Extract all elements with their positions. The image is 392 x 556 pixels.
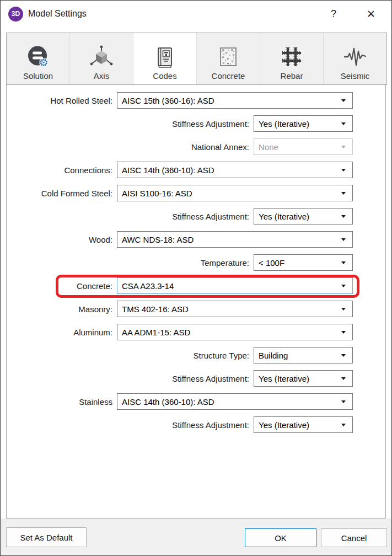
chevron-down-icon — [341, 122, 346, 125]
form-row-cold-formed-steel: Cold Formed Steel: AISI S100-16: ASD — [7, 185, 385, 201]
dropdown-value: AISI S100-16: ASD — [122, 189, 192, 198]
field-label: Concrete: — [7, 281, 117, 291]
field-label: Temperature: — [7, 258, 254, 268]
form-row-masonry: Masonry: TMS 402-16: ASD — [7, 301, 385, 317]
tab-concrete[interactable]: Concrete — [197, 33, 260, 84]
tab-label: Codes — [153, 71, 176, 81]
stiffness-adjustment-ss-dropdown[interactable]: Yes (Iterative) — [254, 416, 353, 433]
masonry-dropdown[interactable]: TMS 402-16: ASD — [117, 301, 353, 317]
field-label: Cold Formed Steel: — [7, 189, 117, 198]
field-label: Wood: — [7, 235, 117, 244]
field-label: Stiffness Adjustment: — [7, 420, 254, 430]
svg-text:⚙: ⚙ — [39, 56, 48, 68]
wood-dropdown[interactable]: AWC NDS-18: ASD — [117, 231, 353, 248]
dropdown-value: Yes (Iterative) — [259, 374, 309, 383]
chevron-down-icon — [341, 377, 346, 380]
form-row-structure-type: Structure Type: Building — [7, 347, 385, 363]
solution-icon: ⚙ — [25, 44, 51, 70]
dropdown-value: AISC 14th (360-10): ASD — [122, 165, 214, 175]
tab-codes[interactable]: Codes — [133, 33, 197, 84]
axis-icon — [88, 44, 115, 70]
form-row-hot-rolled-steel: Hot Rolled Steel: AISC 15th (360-16): AS… — [7, 92, 385, 109]
window-title: Model Settings — [28, 9, 321, 19]
tab-rebar[interactable]: Rebar — [260, 33, 324, 84]
chevron-down-icon — [341, 192, 346, 195]
tab-axis[interactable]: Axis — [70, 33, 133, 84]
structure-type-dropdown[interactable]: Building — [254, 347, 353, 363]
rebar-icon — [278, 44, 305, 70]
dropdown-value: < 100F — [259, 258, 284, 268]
field-label: National Annex: — [7, 142, 254, 152]
dropdown-value: Building — [259, 351, 288, 360]
form-row-stiffness-adjustment-1: Stiffness Adjustment: Yes (Iterative) — [7, 115, 385, 132]
seismic-icon — [342, 44, 368, 70]
dropdown-value: Yes (Iterative) — [259, 119, 309, 129]
field-label: Aluminum: — [7, 328, 117, 337]
form-row-stiffness-adjustment-3: Stiffness Adjustment: Yes (Iterative) — [7, 370, 385, 387]
form-row-stiffness-adjustment-2: Stiffness Adjustment: Yes (Iterative) — [7, 208, 385, 224]
stainless-dropdown[interactable]: AISC 14th (360-10): ASD — [117, 393, 353, 410]
tab-label: Solution — [23, 71, 53, 81]
field-label: Structure Type: — [7, 351, 254, 360]
form-row-concrete: Concrete: CSA A23.3-14 — [7, 277, 385, 294]
footer-bar: Set As Default OK Cancel — [1, 518, 391, 555]
title-bar: 3D Model Settings ? ✕ — [1, 1, 391, 27]
app-icon: 3D — [8, 7, 23, 22]
chevron-down-icon — [341, 238, 346, 241]
cold-formed-steel-dropdown[interactable]: AISI S100-16: ASD — [117, 185, 353, 201]
national-annex-dropdown: None — [254, 138, 353, 155]
field-label: Connections: — [7, 165, 117, 175]
field-label: Hot Rolled Steel: — [7, 96, 117, 105]
form-row-temperature: Temperature: < 100F — [7, 254, 385, 271]
form-row-connections: Connections: AISC 14th (360-10): ASD — [7, 162, 385, 178]
chevron-down-icon — [341, 400, 346, 403]
stiffness-adjustment-al-dropdown[interactable]: Yes (Iterative) — [254, 370, 353, 387]
form-row-stiffness-adjustment-4: Stiffness Adjustment: Yes (Iterative) — [7, 416, 385, 433]
dropdown-value: CSA A23.3-14 — [122, 281, 174, 291]
chevron-down-icon — [341, 99, 346, 102]
codes-icon — [152, 44, 178, 70]
dropdown-value: Yes (Iterative) — [259, 212, 309, 221]
tab-label: Rebar — [281, 71, 303, 81]
field-label: Masonry: — [7, 304, 117, 314]
chevron-down-icon — [341, 354, 346, 357]
chevron-down-icon — [341, 308, 346, 311]
dropdown-value: AISC 15th (360-16): ASD — [122, 96, 214, 105]
dropdown-value: AWC NDS-18: ASD — [122, 235, 194, 244]
chevron-down-icon — [341, 261, 346, 264]
help-button[interactable]: ? — [321, 4, 346, 23]
close-button[interactable]: ✕ — [358, 4, 384, 23]
ok-button[interactable]: OK — [245, 528, 316, 547]
tab-label: Axis — [94, 71, 109, 81]
field-label: Stiffness Adjustment: — [7, 374, 254, 383]
dropdown-value: AISC 14th (360-10): ASD — [122, 397, 214, 407]
cancel-button[interactable]: Cancel — [321, 528, 387, 547]
field-label: Stainless — [7, 397, 117, 407]
concrete-icon — [215, 44, 241, 70]
connections-dropdown[interactable]: AISC 14th (360-10): ASD — [117, 162, 353, 178]
tab-seismic[interactable]: Seismic — [324, 33, 386, 84]
stiffness-adjustment-cf-dropdown[interactable]: Yes (Iterative) — [254, 208, 353, 224]
chevron-down-icon — [341, 215, 346, 218]
chevron-down-icon — [341, 424, 346, 426]
form-row-national-annex: National Annex: None — [7, 138, 385, 155]
dropdown-value: Yes (Iterative) — [259, 420, 309, 430]
codes-settings-panel: Hot Rolled Steel: AISC 15th (360-16): AS… — [6, 84, 386, 518]
chevron-down-icon — [341, 331, 346, 334]
hot-rolled-steel-dropdown[interactable]: AISC 15th (360-16): ASD — [117, 92, 353, 109]
stiffness-adjustment-hr-dropdown[interactable]: Yes (Iterative) — [254, 115, 353, 132]
dropdown-value: TMS 402-16: ASD — [122, 304, 189, 314]
chevron-down-icon — [341, 169, 346, 172]
aluminum-dropdown[interactable]: AA ADM1-15: ASD — [117, 324, 353, 340]
chevron-down-icon — [341, 285, 346, 287]
form-row-aluminum: Aluminum: AA ADM1-15: ASD — [7, 324, 385, 340]
tab-solution[interactable]: ⚙ Solution — [7, 33, 70, 84]
tab-label: Seismic — [341, 71, 370, 81]
field-label: Stiffness Adjustment: — [7, 212, 254, 221]
form-row-stainless: Stainless AISC 14th (360-10): ASD — [7, 393, 385, 410]
temperature-dropdown[interactable]: < 100F — [254, 254, 353, 271]
chevron-down-icon — [341, 146, 346, 148]
dropdown-value: None — [259, 142, 278, 152]
set-as-default-button[interactable]: Set As Default — [6, 527, 87, 547]
concrete-dropdown[interactable]: CSA A23.3-14 — [117, 277, 353, 294]
